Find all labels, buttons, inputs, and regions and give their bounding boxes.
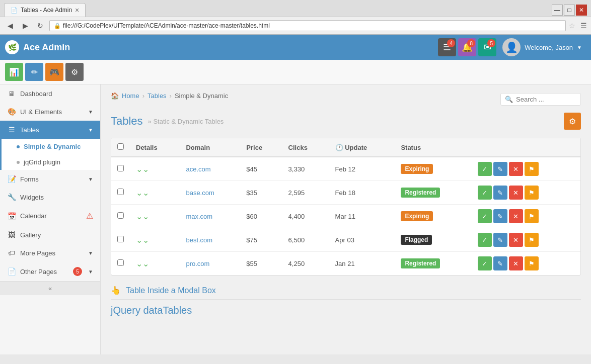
sidebar-item-label: Other Pages [20,268,69,276]
flag-button[interactable]: ⚑ [525,256,539,270]
sidebar-item-more-pages[interactable]: 🏷 More Pages ▼ [0,244,100,262]
address-bar[interactable]: 🔒 file:///G:/CodePlex/UITemplate/ACEAdmi… [49,20,566,31]
chevron-down-icon: ▼ [88,109,93,115]
flag-button[interactable]: ⚑ [525,162,539,176]
app-wrapper: 🌿 Ace Admin ☰ 4 🔔 8 ✉ 5 👤 Welcome, Jason… [0,35,591,354]
sidebar-item-ui-elements[interactable]: 🎨 UI & Elements ▼ [0,103,100,121]
search-input[interactable] [516,96,576,103]
delete-button[interactable]: ✕ [509,162,523,176]
breadcrumb-sep2: › [170,92,172,100]
sidebar-item-other-pages[interactable]: 📄 Other Pages 5 ▼ [0,262,100,281]
clicks-cell: 6,500 [282,228,329,252]
row-checkbox[interactable] [117,259,124,266]
forward-button[interactable]: ▶ [19,20,31,32]
bookmark-star[interactable]: ☆ [569,22,575,30]
breadcrumb-home-link[interactable]: Home [122,92,139,100]
delete-button[interactable]: ✕ [509,186,523,200]
edit-button[interactable]: ✎ [493,162,507,176]
row-checkbox[interactable] [117,212,124,219]
actions-cell: ✓ ✎ ✕ ⚑ [472,252,580,276]
main-table-container: Details Domain Price Clicks 🕐 Update Sta… [111,138,581,276]
maximize-button[interactable]: □ [564,5,575,16]
breadcrumb-sep1: › [142,92,144,100]
other-pages-badge: 5 [73,267,82,276]
chevron-down-icon[interactable]: ⌄⌄ [136,259,149,268]
select-all-checkbox[interactable] [117,143,124,150]
puzzle-icon: 🎮 [49,67,59,77]
brand[interactable]: 🌿 Ace Admin [5,40,438,54]
sidebar-item-gallery[interactable]: 🖼 Gallery [0,226,100,244]
refresh-button[interactable]: ↻ [34,20,46,32]
delete-button[interactable]: ✕ [509,256,523,270]
page-settings-button[interactable]: ⚙ [564,113,581,130]
flag-button[interactable]: ⚑ [525,186,539,200]
edit-button[interactable]: ✎ [493,233,507,247]
delete-button[interactable]: ✕ [509,233,523,247]
action-buttons: ✓ ✎ ✕ ⚑ [478,233,574,247]
edit-button[interactable]: ✎ [493,209,507,223]
domain-link[interactable]: best.com [186,236,212,244]
nav-menu-button[interactable]: ☰ 4 [438,38,456,56]
modal-section-title[interactable]: Table Inside a Modal Box [126,286,216,295]
approve-button[interactable]: ✓ [478,256,492,270]
hand-icon: 👆 [111,286,121,295]
browser-tab[interactable]: 📄 Tables - Ace Admin × [4,3,86,17]
sidebar-item-simple-dynamic[interactable]: Simple & Dynamic [2,139,100,154]
edit-button[interactable]: ✎ [493,186,507,200]
domain-link[interactable]: ace.com [186,165,210,173]
toolbar-settings-button[interactable]: ⚙ [65,63,84,81]
window-controls: — □ ✕ [552,5,587,16]
close-button[interactable]: ✕ [576,5,587,16]
breadcrumb-tables-link[interactable]: Tables [147,92,167,100]
sidebar-item-dashboard[interactable]: 🖥 Dashboard [0,84,100,103]
domain-link[interactable]: pro.com [186,260,209,267]
sidebar-item-label: Forms [20,175,84,183]
update-col-header: 🕐 Update [329,138,395,157]
approve-button[interactable]: ✓ [478,186,492,200]
sidebar-item-jqgrid[interactable]: jqGrid plugin [2,154,100,170]
tab-close-button[interactable]: × [75,6,79,14]
chevron-down-icon[interactable]: ⌄⌄ [136,236,149,244]
breadcrumb: 🏠 Home › Tables › Simple & Dynamic [111,92,228,100]
chevron-down-icon: ▼ [88,250,93,256]
browser-menu-button[interactable]: ☰ [580,22,587,30]
nav-message-button[interactable]: ✉ 5 [478,38,496,56]
flag-button[interactable]: ⚑ [525,233,539,247]
notification-badge: 8 [467,39,475,47]
row-checkbox[interactable] [117,236,124,242]
back-button[interactable]: ◀ [4,20,16,32]
flag-button[interactable]: ⚑ [525,209,539,223]
lock-icon: 🔒 [54,23,61,29]
domain-link[interactable]: max.com [186,213,212,220]
details-cell: ⌄⌄ [130,252,180,276]
row-checkbox[interactable] [117,165,124,171]
sidebar-item-forms[interactable]: 📝 Forms ▼ [0,170,100,188]
chevron-down-icon[interactable]: ⌄⌄ [136,189,149,197]
clicks-cell: 3,330 [282,157,329,181]
content-area: 🏠 Home › Tables › Simple & Dynamic 🔍 Tab… [101,84,591,354]
toolbar-edit-button[interactable]: ✏ [25,63,43,81]
sidebar-item-calendar[interactable]: 📅 Calendar ⚠ [0,206,100,226]
sidebar-item-tables[interactable]: ☰ Tables ▼ [0,121,100,139]
price-cell: $55 [240,252,282,276]
approve-button[interactable]: ✓ [478,162,492,176]
minimize-button[interactable]: — [552,5,563,16]
edit-button[interactable]: ✎ [493,256,507,270]
sidebar-collapse-button[interactable]: « [0,281,100,295]
user-area[interactable]: 👤 Welcome, Jason ▼ [498,36,586,58]
toolbar-chart-button[interactable]: 📊 [5,63,23,81]
forms-icon: 📝 [7,175,16,183]
toolbar: 📊 ✏ 🎮 ⚙ [0,60,591,84]
nav-notification-button[interactable]: 🔔 8 [458,38,476,56]
row-checkbox[interactable] [117,189,124,195]
delete-button[interactable]: ✕ [509,209,523,223]
chevron-down-icon[interactable]: ⌄⌄ [136,212,149,221]
toolbar-puzzle-button[interactable]: 🎮 [45,63,63,81]
chevron-down-icon[interactable]: ⌄⌄ [136,165,149,173]
domain-cell: best.com [180,228,240,252]
approve-button[interactable]: ✓ [478,209,492,223]
approve-button[interactable]: ✓ [478,233,492,247]
domain-link[interactable]: base.com [186,189,214,197]
sidebar-item-widgets[interactable]: 🔧 Widgets [0,188,100,206]
actions-cell: ✓ ✎ ✕ ⚑ [472,157,580,181]
